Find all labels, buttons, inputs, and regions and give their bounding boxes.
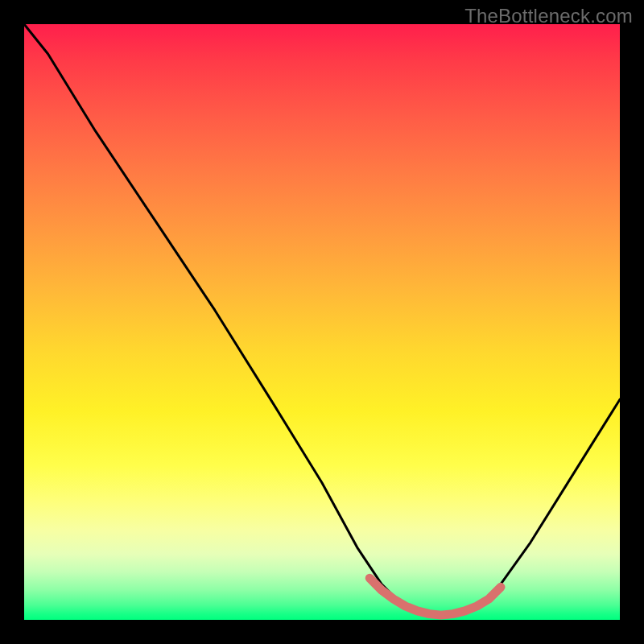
plot-area: [24, 24, 620, 620]
highlight-curve-path: [369, 578, 501, 615]
curve-layer: [24, 24, 620, 620]
main-curve-path: [24, 24, 620, 615]
watermark-text: TheBottleneck.com: [464, 5, 633, 27]
chart-frame: TheBottleneck.com: [0, 0, 644, 644]
